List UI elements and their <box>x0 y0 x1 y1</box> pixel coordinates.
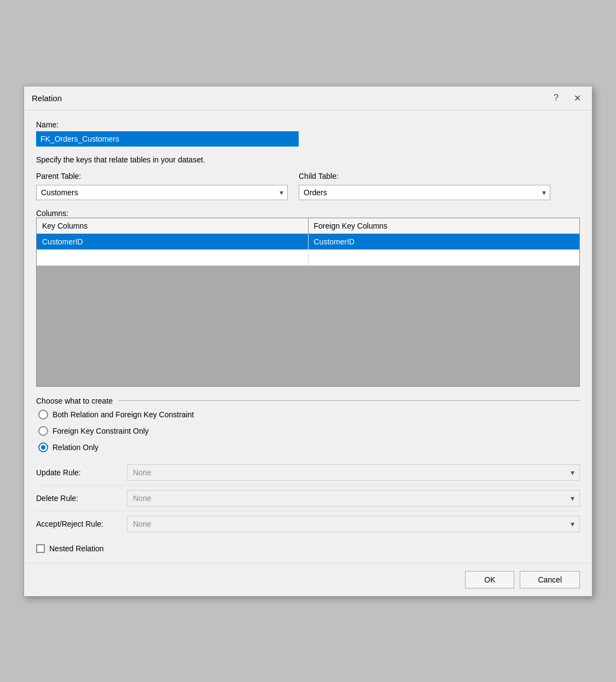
foreign-key-cell: CustomerID <box>309 234 580 249</box>
dialog-footer: OK Cancel <box>24 563 592 596</box>
radio-both[interactable]: Both Relation and Foreign Key Constraint <box>38 410 580 419</box>
accept-reject-rule-select[interactable]: None Cascade SetNull SetDefault <box>127 516 580 532</box>
accept-reject-rule-select-wrapper: None Cascade SetNull SetDefault <box>127 516 580 532</box>
divider-row: Choose what to create <box>36 397 580 405</box>
ok-button[interactable]: OK <box>465 571 514 588</box>
child-table-select-wrapper: Orders Customers <box>299 185 550 200</box>
title-bar-controls: ? ✕ <box>550 92 584 104</box>
foreign-key-cell-empty <box>309 250 580 265</box>
accept-reject-rule-label: Accept/Reject Rule: <box>36 520 118 528</box>
divider-line <box>118 400 580 401</box>
choose-label: Choose what to create <box>36 397 113 405</box>
columns-section: Columns: Key Columns Foreign Key Columns… <box>36 206 580 387</box>
key-cell: CustomerID <box>37 234 309 249</box>
radio-circle-fk-only <box>38 426 48 436</box>
columns-table: Key Columns Foreign Key Columns Customer… <box>36 218 580 387</box>
nested-relation-checkbox[interactable] <box>36 544 45 553</box>
delete-rule-row: Delete Rule: None Cascade SetNull SetDef… <box>36 486 580 511</box>
parent-table-group: Parent Table: Customers Orders <box>36 172 288 200</box>
table-row[interactable]: CustomerID CustomerID <box>37 234 579 250</box>
radio-fk-only[interactable]: Foreign Key Constraint Only <box>38 426 580 436</box>
parent-table-select-wrapper: Customers Orders <box>36 185 288 200</box>
dialog-body: Name: Specify the keys that relate table… <box>24 110 592 563</box>
dialog-title: Relation <box>32 94 62 103</box>
relation-dialog: Relation ? ✕ Name: Specify the keys that… <box>24 86 592 597</box>
foreign-key-columns-header: Foreign Key Columns <box>309 218 580 234</box>
description-text: Specify the keys that relate tables in y… <box>36 155 580 164</box>
radio-circle-relation-only <box>38 442 48 452</box>
update-rule-select-wrapper: None Cascade SetNull SetDefault <box>127 464 580 481</box>
parent-table-label: Parent Table: <box>36 172 288 180</box>
name-section: Name: <box>36 120 580 147</box>
child-table-label: Child Table: <box>299 172 550 180</box>
update-rule-select[interactable]: None Cascade SetNull SetDefault <box>127 464 580 481</box>
child-table-group: Child Table: Orders Customers <box>299 172 550 200</box>
parent-table-select[interactable]: Customers Orders <box>36 185 288 200</box>
help-button[interactable]: ? <box>550 92 562 104</box>
delete-rule-select[interactable]: None Cascade SetNull SetDefault <box>127 490 580 506</box>
accept-reject-rule-row: Accept/Reject Rule: None Cascade SetNull… <box>36 511 580 537</box>
radio-label-relation-only: Relation Only <box>53 443 98 452</box>
radio-circle-both <box>38 410 48 419</box>
name-label: Name: <box>36 120 580 129</box>
delete-rule-select-wrapper: None Cascade SetNull SetDefault <box>127 490 580 506</box>
delete-rule-label: Delete Rule: <box>36 494 118 503</box>
rules-section: Update Rule: None Cascade SetNull SetDef… <box>36 460 580 537</box>
key-columns-header: Key Columns <box>37 218 309 234</box>
title-bar-left: Relation <box>32 94 62 103</box>
choose-section: Choose what to create Both Relation and … <box>36 392 580 452</box>
child-table-select[interactable]: Orders Customers <box>299 185 550 200</box>
title-bar: Relation ? ✕ <box>24 86 592 110</box>
key-cell-empty <box>37 250 309 265</box>
nested-relation-label: Nested Relation <box>49 544 104 553</box>
radio-dot-relation-only <box>41 445 45 450</box>
nested-relation-row: Nested Relation <box>36 544 580 553</box>
columns-header-row: Key Columns Foreign Key Columns <box>37 218 579 234</box>
radio-group: Both Relation and Foreign Key Constraint… <box>36 410 580 452</box>
radio-label-fk-only: Foreign Key Constraint Only <box>53 427 149 435</box>
name-input[interactable] <box>36 131 299 147</box>
table-selects-row: Parent Table: Customers Orders Child Tab… <box>36 172 580 200</box>
close-button[interactable]: ✕ <box>571 92 584 104</box>
columns-label: Columns: <box>36 209 580 218</box>
table-row[interactable] <box>37 250 579 266</box>
cancel-button[interactable]: Cancel <box>520 571 580 588</box>
radio-relation-only[interactable]: Relation Only <box>38 442 580 452</box>
radio-label-both: Both Relation and Foreign Key Constraint <box>53 410 194 419</box>
update-rule-row: Update Rule: None Cascade SetNull SetDef… <box>36 460 580 486</box>
columns-gray-area <box>37 266 579 386</box>
update-rule-label: Update Rule: <box>36 468 118 477</box>
